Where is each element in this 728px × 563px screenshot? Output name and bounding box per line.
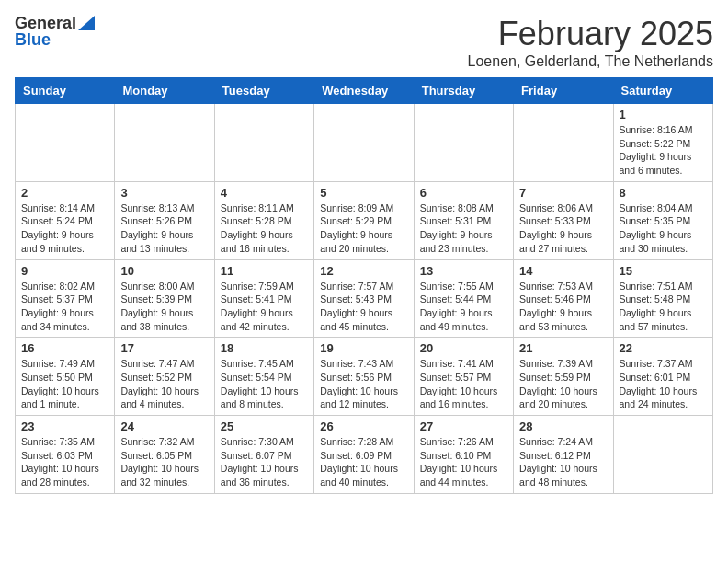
- day-number: 11: [221, 264, 308, 278]
- svg-marker-0: [78, 16, 95, 30]
- day-cell: 5Sunrise: 8:09 AM Sunset: 5:29 PM Daylig…: [314, 181, 414, 259]
- day-info: Sunrise: 7:35 AM Sunset: 6:03 PM Dayligh…: [21, 435, 108, 489]
- day-cell: 26Sunrise: 7:28 AM Sunset: 6:09 PM Dayli…: [314, 416, 414, 494]
- day-cell: 6Sunrise: 8:08 AM Sunset: 5:31 PM Daylig…: [414, 181, 513, 259]
- day-cell: 7Sunrise: 8:06 AM Sunset: 5:33 PM Daylig…: [514, 181, 613, 259]
- day-cell: 3Sunrise: 8:13 AM Sunset: 5:26 PM Daylig…: [115, 181, 214, 259]
- day-info: Sunrise: 7:39 AM Sunset: 5:59 PM Dayligh…: [519, 357, 607, 411]
- day-info: Sunrise: 7:59 AM Sunset: 5:41 PM Dayligh…: [221, 280, 308, 334]
- day-info: Sunrise: 8:11 AM Sunset: 5:28 PM Dayligh…: [221, 201, 308, 256]
- column-header-thursday: Thursday: [414, 78, 513, 104]
- column-header-tuesday: Tuesday: [214, 78, 313, 104]
- week-row-1: 1Sunrise: 8:16 AM Sunset: 5:22 PM Daylig…: [16, 104, 713, 182]
- day-info: Sunrise: 8:08 AM Sunset: 5:31 PM Dayligh…: [420, 201, 507, 256]
- day-info: Sunrise: 7:49 AM Sunset: 5:50 PM Dayligh…: [21, 357, 108, 411]
- day-number: 7: [519, 186, 607, 200]
- day-number: 4: [221, 186, 308, 200]
- day-cell: [414, 104, 513, 182]
- day-number: 5: [320, 186, 407, 200]
- day-number: 3: [120, 186, 208, 200]
- day-info: Sunrise: 8:06 AM Sunset: 5:33 PM Dayligh…: [519, 201, 607, 256]
- day-info: Sunrise: 8:16 AM Sunset: 5:22 PM Dayligh…: [620, 123, 707, 178]
- header: General Blue February 2025 Loenen, Gelde…: [15, 15, 713, 70]
- week-row-5: 23Sunrise: 7:35 AM Sunset: 6:03 PM Dayli…: [16, 416, 713, 494]
- day-info: Sunrise: 8:02 AM Sunset: 5:37 PM Dayligh…: [21, 280, 108, 334]
- day-cell: 16Sunrise: 7:49 AM Sunset: 5:50 PM Dayli…: [16, 338, 115, 416]
- month-title: February 2025: [468, 15, 713, 53]
- day-cell: 22Sunrise: 7:37 AM Sunset: 6:01 PM Dayli…: [613, 338, 712, 416]
- day-cell: 20Sunrise: 7:41 AM Sunset: 5:57 PM Dayli…: [414, 338, 513, 416]
- day-number: 17: [120, 341, 208, 355]
- day-number: 27: [420, 419, 507, 433]
- day-number: 9: [21, 264, 108, 278]
- column-header-sunday: Sunday: [16, 78, 115, 104]
- day-cell: 13Sunrise: 7:55 AM Sunset: 5:44 PM Dayli…: [414, 259, 513, 338]
- day-cell: 21Sunrise: 7:39 AM Sunset: 5:59 PM Dayli…: [514, 338, 613, 416]
- day-cell: 27Sunrise: 7:26 AM Sunset: 6:10 PM Dayli…: [414, 416, 513, 494]
- week-row-3: 9Sunrise: 8:02 AM Sunset: 5:37 PM Daylig…: [16, 259, 713, 338]
- day-info: Sunrise: 8:04 AM Sunset: 5:35 PM Dayligh…: [620, 201, 707, 256]
- day-number: 19: [320, 341, 407, 355]
- logo-triangle-icon: [78, 16, 95, 30]
- day-info: Sunrise: 7:28 AM Sunset: 6:09 PM Dayligh…: [320, 435, 407, 489]
- day-number: 26: [320, 419, 407, 433]
- logo-blue-text: Blue: [15, 31, 51, 48]
- day-number: 15: [620, 264, 707, 278]
- day-number: 22: [620, 341, 707, 355]
- day-cell: 25Sunrise: 7:30 AM Sunset: 6:07 PM Dayli…: [214, 416, 313, 494]
- day-info: Sunrise: 7:45 AM Sunset: 5:54 PM Dayligh…: [221, 357, 308, 411]
- day-cell: 2Sunrise: 8:14 AM Sunset: 5:24 PM Daylig…: [16, 181, 115, 259]
- day-cell: 28Sunrise: 7:24 AM Sunset: 6:12 PM Dayli…: [514, 416, 613, 494]
- day-number: 14: [519, 264, 607, 278]
- day-number: 20: [420, 341, 507, 355]
- title-area: February 2025 Loenen, Gelderland, The Ne…: [468, 15, 713, 70]
- day-info: Sunrise: 7:24 AM Sunset: 6:12 PM Dayligh…: [519, 435, 607, 489]
- day-number: 16: [21, 341, 108, 355]
- day-number: 1: [620, 108, 707, 121]
- calendar-header-row: SundayMondayTuesdayWednesdayThursdayFrid…: [16, 78, 713, 104]
- day-cell: 8Sunrise: 8:04 AM Sunset: 5:35 PM Daylig…: [613, 181, 712, 259]
- day-number: 21: [519, 341, 607, 355]
- day-info: Sunrise: 8:13 AM Sunset: 5:26 PM Dayligh…: [120, 201, 208, 256]
- day-cell: 24Sunrise: 7:32 AM Sunset: 6:05 PM Dayli…: [115, 416, 214, 494]
- column-header-friday: Friday: [514, 78, 613, 104]
- day-number: 28: [519, 419, 607, 433]
- column-header-wednesday: Wednesday: [314, 78, 414, 104]
- day-cell: 1Sunrise: 8:16 AM Sunset: 5:22 PM Daylig…: [613, 104, 712, 182]
- day-info: Sunrise: 7:53 AM Sunset: 5:46 PM Dayligh…: [519, 280, 607, 334]
- day-info: Sunrise: 7:57 AM Sunset: 5:43 PM Dayligh…: [320, 280, 407, 334]
- day-info: Sunrise: 7:47 AM Sunset: 5:52 PM Dayligh…: [120, 357, 208, 411]
- calendar-table: SundayMondayTuesdayWednesdayThursdayFrid…: [15, 77, 713, 494]
- day-cell: [16, 104, 115, 182]
- day-info: Sunrise: 7:30 AM Sunset: 6:07 PM Dayligh…: [221, 435, 308, 489]
- day-number: 24: [120, 419, 208, 433]
- day-cell: [314, 104, 414, 182]
- day-number: 23: [21, 419, 108, 433]
- logo: General Blue: [15, 15, 95, 48]
- location-title: Loenen, Gelderland, The Netherlands: [468, 53, 713, 70]
- day-info: Sunrise: 7:32 AM Sunset: 6:05 PM Dayligh…: [120, 435, 208, 489]
- day-number: 2: [21, 186, 108, 200]
- day-cell: 11Sunrise: 7:59 AM Sunset: 5:41 PM Dayli…: [214, 259, 313, 338]
- day-info: Sunrise: 7:37 AM Sunset: 6:01 PM Dayligh…: [620, 357, 707, 411]
- week-row-2: 2Sunrise: 8:14 AM Sunset: 5:24 PM Daylig…: [16, 181, 713, 259]
- day-info: Sunrise: 7:41 AM Sunset: 5:57 PM Dayligh…: [420, 357, 507, 411]
- day-number: 10: [120, 264, 208, 278]
- day-cell: 18Sunrise: 7:45 AM Sunset: 5:54 PM Dayli…: [214, 338, 313, 416]
- day-cell: [115, 104, 214, 182]
- day-info: Sunrise: 7:26 AM Sunset: 6:10 PM Dayligh…: [420, 435, 507, 489]
- day-number: 13: [420, 264, 507, 278]
- day-cell: 12Sunrise: 7:57 AM Sunset: 5:43 PM Dayli…: [314, 259, 414, 338]
- day-cell: 17Sunrise: 7:47 AM Sunset: 5:52 PM Dayli…: [115, 338, 214, 416]
- day-number: 6: [420, 186, 507, 200]
- day-info: Sunrise: 8:00 AM Sunset: 5:39 PM Dayligh…: [120, 280, 208, 334]
- day-cell: [214, 104, 313, 182]
- day-cell: 15Sunrise: 7:51 AM Sunset: 5:48 PM Dayli…: [613, 259, 712, 338]
- day-number: 8: [620, 186, 707, 200]
- day-cell: 10Sunrise: 8:00 AM Sunset: 5:39 PM Dayli…: [115, 259, 214, 338]
- day-cell: 23Sunrise: 7:35 AM Sunset: 6:03 PM Dayli…: [16, 416, 115, 494]
- day-cell: [613, 416, 712, 494]
- week-row-4: 16Sunrise: 7:49 AM Sunset: 5:50 PM Dayli…: [16, 338, 713, 416]
- day-info: Sunrise: 8:09 AM Sunset: 5:29 PM Dayligh…: [320, 201, 407, 256]
- logo-general-text: General: [15, 15, 76, 31]
